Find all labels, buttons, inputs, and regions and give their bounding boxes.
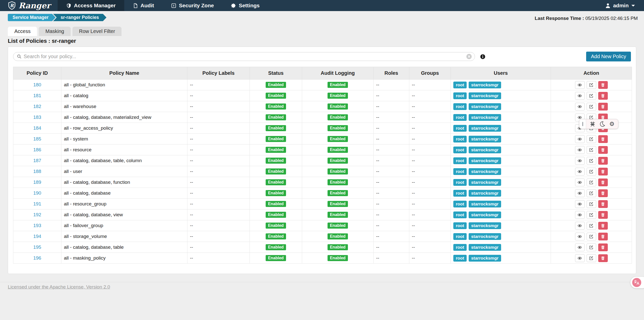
policy-id-link[interactable]: 187 [33, 158, 41, 163]
tab-access[interactable]: Access [8, 27, 37, 36]
policy-id-link[interactable]: 180 [33, 82, 41, 87]
edit-policy-button[interactable] [587, 179, 596, 186]
col-status: Status [250, 67, 302, 80]
users-cell: rootstarrocksmgr [451, 253, 551, 264]
breadcrumb-sr-ranger-policies[interactable]: sr-ranger Policies [53, 14, 106, 21]
view-policy-button[interactable] [575, 211, 585, 219]
users-cell: rootstarrocksmgr [451, 101, 551, 112]
view-policy-button[interactable] [575, 254, 585, 262]
delete-policy-button[interactable] [598, 92, 608, 100]
col-roles: Roles [374, 67, 409, 80]
delete-policy-button[interactable] [598, 254, 608, 262]
delete-policy-button[interactable] [598, 189, 608, 197]
roles-value: -- [374, 188, 409, 199]
delete-policy-button[interactable] [598, 211, 608, 219]
col-groups: Groups [409, 67, 451, 80]
delete-policy-button[interactable] [598, 135, 608, 143]
edit-policy-button[interactable] [587, 211, 596, 219]
breadcrumb-service-manager[interactable]: Service Manager [8, 14, 56, 21]
gear-icon[interactable]: ⚙ [609, 121, 615, 127]
view-policy-button[interactable] [575, 157, 585, 165]
view-policy-button[interactable] [575, 135, 585, 143]
audit-logging-badge: Enabled [328, 223, 348, 229]
edit-policy-button[interactable] [587, 157, 596, 165]
edit-policy-button[interactable] [587, 254, 596, 262]
roles-value: -- [374, 242, 409, 253]
view-policy-button[interactable] [575, 243, 585, 251]
view-policy-button[interactable] [575, 103, 585, 111]
add-new-policy-button[interactable]: Add New Policy [586, 52, 631, 61]
nav-item-security-zone[interactable]: Security Zone [163, 0, 222, 11]
translate-icon [632, 278, 641, 287]
policy-id-link[interactable]: 186 [33, 147, 41, 152]
view-policy-button[interactable] [575, 92, 585, 100]
edit-policy-button[interactable] [587, 92, 596, 100]
delete-policy-button[interactable] [598, 233, 608, 240]
view-policy-button[interactable] [575, 189, 585, 197]
edit-policy-button[interactable] [587, 135, 596, 143]
policy-id-link[interactable]: 181 [33, 93, 41, 98]
clear-search-icon[interactable]: ✕ [466, 54, 472, 59]
policy-id-link[interactable]: 182 [33, 104, 41, 109]
view-policy-button[interactable] [575, 81, 585, 89]
view-policy-button[interactable] [575, 146, 585, 154]
users-cell: rootstarrocksmgr [451, 80, 551, 90]
view-policy-button[interactable] [575, 222, 585, 230]
policy-id-link[interactable]: 189 [33, 180, 41, 185]
policy-id-link[interactable]: 194 [33, 234, 41, 239]
table-row: 180 all - global_function -- Enabled Ena… [13, 80, 632, 90]
policy-id-link[interactable]: 184 [33, 125, 41, 131]
table-row: 191 all - resource_group -- Enabled Enab… [13, 199, 632, 209]
nav-item-access-manager[interactable]: Access Manager [58, 0, 124, 11]
edit-policy-button[interactable] [587, 222, 596, 230]
groups-value: -- [409, 134, 451, 145]
delete-policy-button[interactable] [598, 200, 608, 208]
tab-masking[interactable]: Masking [39, 27, 70, 36]
delete-policy-button[interactable] [598, 81, 608, 89]
apache-license-link[interactable]: Licensed under the Apache License, Versi… [8, 284, 110, 290]
policy-id-link[interactable]: 192 [33, 212, 41, 217]
groups-value: -- [409, 145, 451, 155]
trash-icon [601, 83, 605, 87]
translate-fab[interactable] [630, 277, 644, 288]
nav-item-audit[interactable]: Audit [124, 0, 163, 11]
edit-policy-button[interactable] [587, 168, 596, 175]
edit-policy-button[interactable] [587, 200, 596, 208]
delete-policy-button[interactable] [598, 103, 608, 111]
policy-id-link[interactable]: 190 [33, 190, 41, 196]
drag-handle[interactable] [579, 119, 586, 129]
search-input[interactable] [24, 54, 466, 59]
policy-id-link[interactable]: 183 [33, 115, 41, 120]
edit-policy-button[interactable] [587, 189, 596, 197]
policy-id-link[interactable]: 196 [33, 255, 41, 261]
view-policy-button[interactable] [575, 233, 585, 240]
delete-policy-button[interactable] [598, 179, 608, 186]
translate-zh-icon[interactable] [590, 121, 595, 127]
policy-id-link[interactable]: 185 [33, 136, 41, 141]
ranger-brand[interactable]: R Ranger [0, 0, 58, 11]
delete-policy-button[interactable] [598, 168, 608, 175]
delete-policy-button[interactable] [598, 222, 608, 230]
view-policy-button[interactable] [575, 168, 585, 175]
delete-policy-button[interactable] [598, 157, 608, 165]
view-policy-button[interactable] [575, 179, 585, 186]
edit-policy-button[interactable] [587, 103, 596, 111]
policy-id-link[interactable]: 193 [33, 223, 41, 228]
info-icon[interactable] [480, 54, 486, 59]
policy-id-link[interactable]: 191 [33, 201, 41, 206]
policy-id-link[interactable]: 195 [33, 244, 41, 250]
trash-icon [601, 115, 605, 120]
edit-policy-button[interactable] [587, 146, 596, 154]
delete-policy-button[interactable] [598, 243, 608, 251]
edit-policy-button[interactable] [587, 233, 596, 240]
tab-row-level-filter[interactable]: Row Level Filter [72, 27, 122, 36]
edit-policy-button[interactable] [587, 243, 596, 251]
policy-id-link[interactable]: 188 [33, 169, 41, 174]
user-menu[interactable]: admin [602, 0, 644, 11]
delete-policy-button[interactable] [598, 146, 608, 154]
moon-icon[interactable] [599, 121, 605, 127]
nav-item-settings[interactable]: Settings [222, 0, 268, 11]
edit-policy-button[interactable] [587, 81, 596, 89]
view-policy-button[interactable] [575, 200, 585, 208]
roles-value: -- [374, 155, 409, 166]
